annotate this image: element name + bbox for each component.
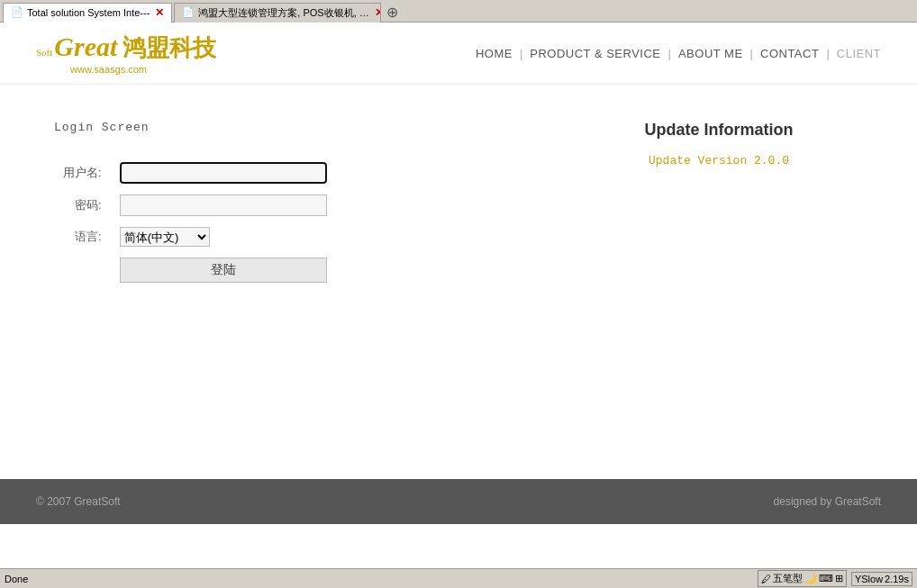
- footer-copyright: © 2007 GreatSoft: [36, 495, 121, 508]
- tab-label-1: Total solution System Inte---: [27, 7, 150, 18]
- submit-spacer: [54, 252, 111, 288]
- tab-icon-1: 📄: [11, 6, 23, 19]
- password-label: 密码:: [54, 189, 111, 222]
- logo-block: Soft Great 鸿盟科技 www.saasgs.com: [36, 32, 216, 75]
- submit-cell: 登陆: [111, 252, 336, 288]
- logo-chinese: 鸿盟科技: [123, 32, 216, 64]
- language-label: 语言:: [54, 222, 111, 252]
- username-row: 用户名:: [54, 157, 336, 189]
- username-input[interactable]: [120, 162, 327, 184]
- logo-url: www.saasgs.com: [70, 64, 147, 75]
- logo-great: Great: [54, 32, 117, 62]
- tab-close-1[interactable]: ✕: [155, 6, 164, 19]
- nav-home[interactable]: HOME: [476, 47, 513, 60]
- logo-area: Soft Great 鸿盟科技 www.saasgs.com: [36, 32, 216, 75]
- nav-sep-2: |: [668, 47, 671, 60]
- site-footer: © 2007 GreatSoft designed by GreatSoft: [0, 479, 917, 524]
- tab-bar: 📄 Total solution System Inte--- ✕ 📄 鸿盟大型…: [0, 0, 917, 22]
- login-button[interactable]: 登陆: [120, 258, 327, 283]
- update-section: Update Information Update Version 2.0.0: [575, 121, 863, 443]
- nav-sep-4: |: [826, 47, 829, 60]
- submit-row: 登陆: [54, 252, 336, 288]
- username-cell: [111, 157, 336, 189]
- login-form: 用户名: 密码: 语言: 简体(中文): [54, 157, 336, 288]
- password-input[interactable]: [120, 194, 327, 216]
- username-label: 用户名:: [54, 157, 111, 189]
- nav-product[interactable]: PRODUCT & SERVICE: [530, 47, 660, 60]
- footer-designed: designed by GreatSoft: [774, 495, 881, 508]
- site-wrapper: Soft Great 鸿盟科技 www.saasgs.com HOME | PR…: [0, 23, 917, 544]
- update-title: Update Information: [575, 121, 863, 140]
- password-cell: [111, 189, 336, 222]
- nav-contact[interactable]: CONTACT: [760, 47, 819, 60]
- login-section: Login Screen 用户名: 密码: 语言:: [54, 121, 575, 443]
- update-version-link[interactable]: Update Version 2.0.0: [649, 154, 789, 167]
- tab-icon-2: 📄: [182, 6, 195, 19]
- password-row: 密码:: [54, 189, 336, 222]
- browser-tab-2[interactable]: 📄 鸿盟大型连锁管理方案, POS收银机, … ✕: [174, 3, 381, 23]
- site-header: Soft Great 鸿盟科技 www.saasgs.com HOME | PR…: [0, 23, 917, 85]
- tab-label-2: 鸿盟大型连锁管理方案, POS收银机, …: [198, 6, 368, 20]
- logo-top-row: Soft Great 鸿盟科技: [36, 32, 216, 64]
- browser-chrome: 📄 Total solution System Inte--- ✕ 📄 鸿盟大型…: [0, 0, 917, 23]
- language-row: 语言: 简体(中文) English: [54, 222, 336, 252]
- nav-about[interactable]: ABOUT ME: [678, 47, 743, 60]
- nav-sep-1: |: [520, 47, 522, 60]
- site-main: Login Screen 用户名: 密码: 语言:: [0, 85, 917, 479]
- browser-tab-1[interactable]: 📄 Total solution System Inte--- ✕: [3, 3, 172, 23]
- site-nav: HOME | PRODUCT & SERVICE | ABOUT ME | CO…: [476, 47, 881, 60]
- logo-soft: Soft: [36, 47, 52, 58]
- nav-client[interactable]: CLIENT: [837, 47, 881, 60]
- new-tab-button[interactable]: ⊕: [386, 4, 398, 21]
- language-cell: 简体(中文) English: [111, 222, 336, 252]
- language-wrapper: 简体(中文) English: [120, 227, 327, 247]
- language-select[interactable]: 简体(中文) English: [120, 227, 210, 247]
- tab-close-2[interactable]: ✕: [375, 6, 382, 19]
- login-title: Login Screen: [54, 121, 575, 134]
- nav-sep-3: |: [750, 47, 753, 60]
